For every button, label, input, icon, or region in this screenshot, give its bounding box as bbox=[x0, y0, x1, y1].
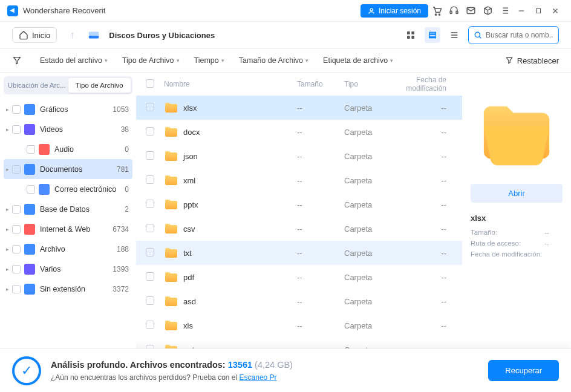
filter-time[interactable]: Tiempo▾ bbox=[194, 56, 224, 65]
row-date: -- bbox=[385, 249, 452, 258]
headset-icon[interactable] bbox=[445, 2, 462, 19]
cart-icon[interactable] bbox=[428, 2, 445, 19]
category-checkbox[interactable] bbox=[12, 285, 21, 293]
row-checkbox[interactable] bbox=[146, 127, 154, 136]
row-checkbox[interactable] bbox=[146, 321, 154, 329]
category-checkbox[interactable] bbox=[12, 265, 21, 273]
tab-type[interactable]: Tipo de Archivo bbox=[68, 78, 131, 93]
row-name: docx bbox=[183, 128, 200, 137]
sidebar-item[interactable]: Correo electrónico0 bbox=[4, 179, 132, 199]
row-type: Carpeta bbox=[344, 273, 385, 282]
category-checkbox[interactable] bbox=[12, 225, 21, 234]
search-input[interactable] bbox=[486, 31, 553, 39]
sidebar-item[interactable]: ▸Videos38 bbox=[4, 119, 132, 139]
filter-icon[interactable] bbox=[12, 56, 25, 65]
category-count: 1053 bbox=[113, 105, 129, 114]
category-icon bbox=[24, 244, 35, 255]
box-icon[interactable] bbox=[479, 2, 496, 19]
row-checkbox[interactable] bbox=[146, 345, 154, 349]
category-checkbox[interactable] bbox=[12, 245, 21, 253]
reset-filters-button[interactable]: Restablecer bbox=[505, 56, 559, 65]
deep-scan-link[interactable]: Escaneo Pr bbox=[240, 373, 277, 382]
category-checkbox[interactable] bbox=[27, 185, 35, 194]
folder-preview-icon bbox=[477, 93, 556, 172]
category-icon bbox=[24, 204, 35, 215]
category-label: Archivo bbox=[40, 245, 117, 253]
col-type[interactable]: Tipo bbox=[344, 80, 385, 88]
category-checkbox[interactable] bbox=[12, 105, 21, 114]
col-name[interactable]: Nombre bbox=[164, 80, 297, 88]
view-grid-button[interactable] bbox=[403, 27, 419, 43]
category-label: Base de Datos bbox=[40, 205, 125, 214]
row-checkbox[interactable] bbox=[146, 175, 154, 184]
row-checkbox[interactable] bbox=[146, 200, 154, 208]
row-name: txt bbox=[183, 249, 192, 258]
home-button[interactable]: Inicio bbox=[12, 27, 57, 43]
row-name: pdf bbox=[183, 273, 194, 282]
row-checkbox[interactable] bbox=[146, 151, 154, 160]
category-checkbox[interactable] bbox=[12, 165, 21, 174]
row-name: asd bbox=[183, 297, 196, 306]
search-icon bbox=[474, 31, 482, 39]
sidebar-item[interactable]: ▸Sin extensión3372 bbox=[4, 279, 132, 299]
table-row[interactable]: txt--Carpeta-- bbox=[136, 241, 462, 265]
table-row[interactable]: xlsx--Carpeta-- bbox=[136, 96, 462, 120]
table-row[interactable]: xml--Carpeta-- bbox=[136, 168, 462, 192]
svg-rect-11 bbox=[407, 36, 410, 39]
sidebar-item[interactable]: Audio0 bbox=[4, 139, 132, 159]
table-row[interactable]: json--Carpeta-- bbox=[136, 144, 462, 168]
sidebar-item[interactable]: ▸Varios1393 bbox=[4, 259, 132, 279]
close-icon[interactable] bbox=[547, 2, 564, 19]
table-row[interactable]: asd--Carpeta-- bbox=[136, 289, 462, 313]
category-checkbox[interactable] bbox=[12, 205, 21, 214]
folder-icon bbox=[164, 126, 178, 138]
row-checkbox[interactable] bbox=[146, 296, 154, 305]
filter-size[interactable]: Tamaño de Archivo▾ bbox=[239, 56, 308, 65]
category-label: Internet & Web bbox=[40, 225, 113, 234]
table-row[interactable]: xls--Carpeta-- bbox=[136, 313, 462, 338]
row-type: Carpeta bbox=[344, 152, 385, 161]
row-checkbox[interactable] bbox=[146, 224, 154, 232]
tab-location[interactable]: Ubicación de Arc... bbox=[5, 78, 68, 93]
reset-label: Restablecer bbox=[517, 56, 559, 65]
chevron-down-icon: ▾ bbox=[105, 57, 108, 64]
category-checkbox[interactable] bbox=[12, 125, 21, 134]
login-button[interactable]: Iniciar sesión bbox=[361, 4, 428, 18]
chevron-right-icon: ▸ bbox=[6, 246, 12, 252]
sidebar-item[interactable]: ▸Base de Datos2 bbox=[4, 199, 132, 219]
category-count: 1393 bbox=[113, 265, 129, 273]
filter-tag[interactable]: Etiqueta de archivo▾ bbox=[323, 56, 393, 65]
view-menu-button[interactable] bbox=[446, 27, 462, 43]
table-row[interactable]: pptx--Carpeta-- bbox=[136, 192, 462, 217]
app-logo bbox=[7, 5, 18, 16]
list-icon[interactable] bbox=[496, 2, 513, 19]
sidebar-item[interactable]: ▸Documentos781 bbox=[4, 159, 132, 179]
maximize-icon[interactable] bbox=[530, 2, 547, 19]
row-date: -- bbox=[385, 128, 452, 137]
sidebar-item[interactable]: ▸Gráficos1053 bbox=[4, 99, 132, 119]
row-checkbox[interactable] bbox=[146, 103, 154, 111]
row-checkbox[interactable] bbox=[146, 272, 154, 281]
row-size: -- bbox=[297, 273, 344, 282]
minimize-icon[interactable] bbox=[513, 2, 530, 19]
table-row[interactable]: csv--Carpeta-- bbox=[136, 217, 462, 241]
up-arrow-icon[interactable]: ↑ bbox=[63, 30, 81, 41]
category-checkbox[interactable] bbox=[27, 145, 35, 154]
mail-icon[interactable] bbox=[462, 2, 479, 19]
select-all-checkbox[interactable] bbox=[146, 79, 154, 88]
col-date[interactable]: Fecha de modificación bbox=[385, 76, 452, 93]
search-box[interactable] bbox=[468, 26, 559, 44]
category-icon bbox=[24, 284, 35, 295]
filter-status[interactable]: Estado del archivo▾ bbox=[40, 56, 108, 65]
recover-button[interactable]: Recuperar bbox=[488, 360, 559, 381]
open-button[interactable]: Abrir bbox=[471, 184, 563, 203]
table-row[interactable]: ppt--Carpeta-- bbox=[136, 338, 462, 348]
table-row[interactable]: docx--Carpeta-- bbox=[136, 120, 462, 144]
sidebar-item[interactable]: ▸Archivo188 bbox=[4, 239, 132, 259]
col-size[interactable]: Tamaño bbox=[297, 80, 344, 88]
view-list-button[interactable] bbox=[425, 27, 440, 43]
table-row[interactable]: pdf--Carpeta-- bbox=[136, 265, 462, 289]
sidebar-item[interactable]: ▸Internet & Web6734 bbox=[4, 219, 132, 239]
filter-type[interactable]: Tipo de Archivo▾ bbox=[122, 56, 180, 65]
row-checkbox[interactable] bbox=[146, 248, 154, 256]
